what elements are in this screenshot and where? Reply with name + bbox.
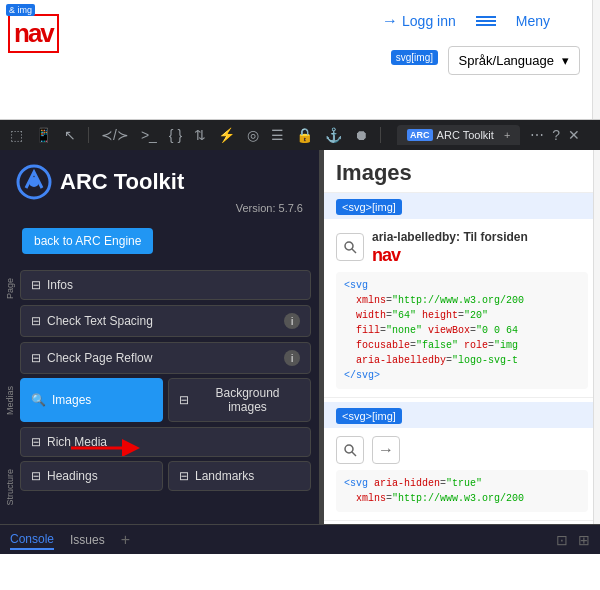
memory-icon[interactable]: ◎ bbox=[243, 127, 263, 143]
console-tab[interactable]: Console bbox=[10, 530, 54, 550]
arc-logo: ARC Toolkit bbox=[16, 164, 303, 200]
nav-logo-display: nav bbox=[372, 245, 528, 266]
background-images-button[interactable]: ⊟ Background images bbox=[168, 378, 311, 422]
infos-icon: ⊟ bbox=[31, 278, 41, 292]
images-label: Images bbox=[52, 393, 91, 407]
svg-badge-2[interactable]: <svg>[img] bbox=[324, 402, 600, 428]
main-content: ARC Toolkit Version: 5.7.6 back to ARC E… bbox=[0, 150, 600, 524]
sources-icon[interactable]: { } bbox=[165, 127, 186, 143]
page-reflow-info-icon[interactable]: i bbox=[284, 350, 300, 366]
login-button[interactable]: → Logg inn bbox=[382, 12, 456, 30]
arc-tab-label: ARC Toolkit bbox=[437, 129, 494, 141]
infos-button[interactable]: ⊟ Infos bbox=[20, 270, 311, 300]
svg-line-7 bbox=[352, 452, 356, 456]
rich-media-button[interactable]: ⊟ Rich Media bbox=[20, 427, 311, 457]
more-options-icon[interactable]: ⋯ bbox=[530, 127, 544, 143]
devtools-toolbar: ⬚ 📱 ↖ ≺/≻ >_ { } ⇅ ⚡ ◎ ☰ 🔒 ⚓ ⏺ ARC ARC T… bbox=[0, 120, 600, 150]
svg-img-badge: svg[img] bbox=[391, 50, 438, 65]
elements-icon[interactable]: ≺/≻ bbox=[97, 127, 133, 143]
bg-images-icon: ⊟ bbox=[179, 393, 189, 407]
close-devtools-icon[interactable]: ✕ bbox=[568, 127, 580, 143]
medias-section-label: Medias bbox=[5, 386, 15, 415]
nav-logo-box: nav bbox=[8, 14, 59, 53]
performance-icon[interactable]: ⚡ bbox=[214, 127, 239, 143]
svg-point-1 bbox=[29, 177, 39, 187]
webpage-area: & img nav → Logg inn Meny svg[img] Språk… bbox=[0, 0, 600, 120]
menu-button[interactable] bbox=[476, 16, 496, 26]
svg-line-5 bbox=[352, 249, 356, 253]
arc-tab-badge: ARC bbox=[407, 129, 433, 141]
check-page-reflow-button[interactable]: ⊟ Check Page Reflow i bbox=[20, 342, 311, 374]
image-item-2-header: → bbox=[336, 436, 588, 464]
image-item-2: → <svg aria-hidden="true" xmlns="http://… bbox=[324, 428, 600, 521]
images-panel-title: Images bbox=[324, 150, 600, 193]
background-images-label: Background images bbox=[195, 386, 300, 414]
svg-badge-1[interactable]: <svg>[img] bbox=[324, 193, 600, 219]
svg-point-4 bbox=[345, 242, 353, 250]
help-icon[interactable]: ? bbox=[552, 127, 560, 143]
security-icon[interactable]: 🔒 bbox=[292, 127, 317, 143]
page-reflow-icon: ⊟ bbox=[31, 351, 41, 365]
app-icon[interactable]: ☰ bbox=[267, 127, 288, 143]
image-item-1: aria-labelledby: Til forsiden nav <svg x… bbox=[324, 219, 600, 398]
back-to-arc-engine-button[interactable]: back to ARC Engine bbox=[22, 228, 153, 254]
arc-panel: ARC Toolkit Version: 5.7.6 back to ARC E… bbox=[0, 150, 320, 524]
arc-logo-icon bbox=[16, 164, 52, 200]
image-item-1-header: aria-labelledby: Til forsiden nav bbox=[336, 227, 588, 266]
rich-media-icon: ⊟ bbox=[31, 435, 41, 449]
code-block-1: <svg xmlns="http://www.w3.org/200 width=… bbox=[336, 272, 588, 389]
infos-label: Infos bbox=[47, 278, 73, 292]
search-svg bbox=[343, 240, 357, 254]
chevron-down-icon: ▾ bbox=[562, 53, 569, 68]
landmarks-label: Landmarks bbox=[195, 469, 254, 483]
text-spacing-info-icon[interactable]: i bbox=[284, 313, 300, 329]
images-icon: 🔍 bbox=[31, 393, 46, 407]
lighthouse-icon[interactable]: ⚓ bbox=[321, 127, 346, 143]
device-icon[interactable]: 📱 bbox=[31, 127, 56, 143]
recorder-icon[interactable]: ⏺ bbox=[350, 127, 372, 143]
search-icon-1[interactable] bbox=[336, 233, 364, 261]
nav-logo: nav bbox=[14, 18, 53, 48]
login-label: Logg inn bbox=[402, 13, 456, 29]
console-right-controls: ⊡ ⊞ bbox=[556, 532, 590, 548]
cursor-icon[interactable]: ↖ bbox=[60, 127, 80, 143]
headings-label: Headings bbox=[47, 469, 98, 483]
images-panel: Images <svg>[img] aria-labelledby: Til f… bbox=[324, 150, 600, 524]
menu-label: Meny bbox=[516, 13, 550, 29]
webpage-scrollbar[interactable] bbox=[592, 0, 600, 119]
images-panel-scrollbar[interactable] bbox=[593, 150, 600, 524]
issues-tab[interactable]: Issues bbox=[70, 531, 105, 549]
arc-toolkit-tab[interactable]: ARC ARC Toolkit + bbox=[397, 125, 520, 145]
code-block-2: <svg aria-hidden="true" xmlns="http://ww… bbox=[336, 470, 588, 512]
lock-icon: → bbox=[372, 436, 400, 464]
add-tab-button[interactable]: + bbox=[121, 531, 130, 549]
inspect-icon[interactable]: ⬚ bbox=[6, 127, 27, 143]
language-label: Språk/Language bbox=[459, 53, 554, 68]
images-button[interactable]: 🔍 Images bbox=[20, 378, 163, 422]
svg-badge-label-1: <svg>[img] bbox=[336, 199, 402, 215]
search-icon-2[interactable] bbox=[336, 436, 364, 464]
arc-version: Version: 5.7.6 bbox=[16, 202, 303, 214]
aria-label-prefix: aria-labelledby: Til forsiden bbox=[372, 230, 528, 244]
console-icon[interactable]: >_ bbox=[137, 127, 161, 143]
aria-info-1: aria-labelledby: Til forsiden nav bbox=[372, 227, 528, 266]
landmarks-button[interactable]: ⊟ Landmarks bbox=[168, 461, 311, 491]
check-text-spacing-label: Check Text Spacing bbox=[47, 314, 153, 328]
img-badge: & img bbox=[6, 4, 35, 16]
page-section-label: Page bbox=[5, 278, 15, 299]
check-text-spacing-button[interactable]: ⊟ Check Text Spacing i bbox=[20, 305, 311, 337]
rich-media-label: Rich Media bbox=[47, 435, 107, 449]
dock-icon[interactable]: ⊡ bbox=[556, 532, 568, 548]
svg-point-6 bbox=[345, 445, 353, 453]
undock-icon[interactable]: ⊞ bbox=[578, 532, 590, 548]
structure-section-label: Structure bbox=[5, 469, 15, 506]
console-bar: Console Issues + ⊡ ⊞ bbox=[0, 524, 600, 554]
language-selector[interactable]: Språk/Language ▾ bbox=[448, 46, 580, 75]
arc-tab-add[interactable]: + bbox=[504, 129, 510, 141]
arc-panel-title: ARC Toolkit bbox=[60, 169, 184, 195]
network-icon[interactable]: ⇅ bbox=[190, 127, 210, 143]
headings-icon: ⊟ bbox=[31, 469, 41, 483]
login-icon: → bbox=[382, 12, 398, 30]
headings-button[interactable]: ⊟ Headings bbox=[20, 461, 163, 491]
check-page-reflow-label: Check Page Reflow bbox=[47, 351, 152, 365]
